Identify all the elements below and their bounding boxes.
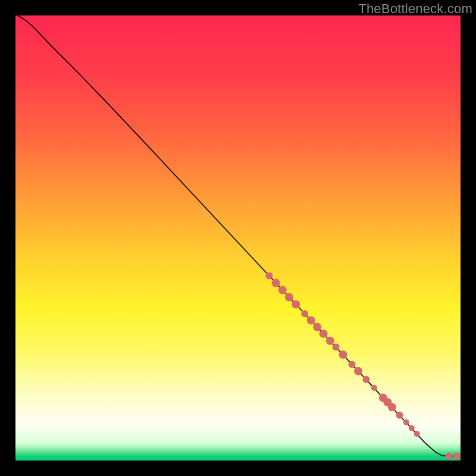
marker-dot [285, 293, 293, 301]
marker-dot [362, 376, 369, 383]
marker-dot [278, 286, 287, 295]
marker-dot [348, 361, 355, 368]
marker-dot [265, 273, 273, 280]
gradient-background [15, 15, 461, 461]
marker-dot [339, 350, 347, 359]
marker-dot [307, 316, 315, 324]
marker-dot [320, 330, 328, 338]
marker-dot [409, 425, 415, 431]
marker-dot [292, 300, 300, 308]
marker-dot [396, 412, 403, 419]
marker-dot [371, 385, 377, 391]
marker-dot [446, 453, 453, 460]
attribution-label: TheBottleneck.com [358, 1, 472, 17]
marker-dot [453, 453, 461, 460]
marker-dot [414, 431, 420, 437]
marker-dot [403, 419, 409, 425]
marker-dot [301, 310, 308, 317]
marker-dot [333, 343, 340, 350]
marker-dot [313, 323, 321, 331]
bottleneck-chart [15, 15, 461, 461]
marker-dot [326, 337, 334, 345]
marker-dot [388, 403, 396, 411]
marker-dot [354, 367, 362, 375]
plot-area [15, 15, 461, 461]
chart-stage: TheBottleneck.com [0, 0, 476, 476]
marker-dot [272, 279, 280, 287]
